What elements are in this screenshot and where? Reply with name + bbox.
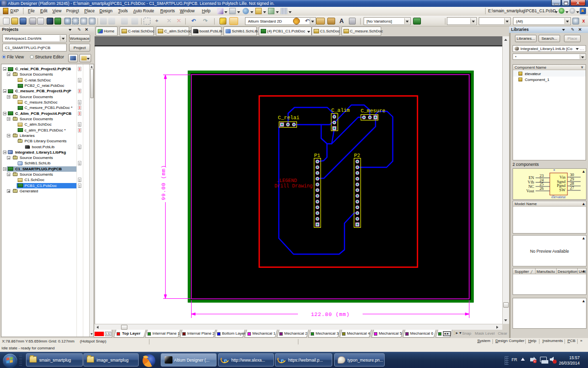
svg-text:Vout: Vout	[526, 188, 535, 193]
svg-text:C_alim: C_alim	[331, 107, 350, 113]
svg-text:P2: P2	[354, 153, 361, 158]
svg-text:122.80 (mm): 122.80 (mm)	[311, 312, 349, 317]
svg-text:.LEGEND: .LEGEND	[276, 178, 297, 184]
svg-text:P1: P1	[314, 153, 320, 158]
svg-text:26: 26	[539, 186, 544, 191]
svg-text:99.00 (mm): 99.00 (mm)	[161, 165, 167, 200]
svg-text:*: *	[553, 169, 555, 173]
svg-text:SW: SW	[559, 187, 565, 192]
svg-text:Drill Drawing.: Drill Drawing.	[274, 184, 316, 189]
svg-text:C_mesure: C_mesure	[361, 108, 385, 114]
svg-text:C_relai: C_relai	[278, 115, 299, 121]
svg-text:27: 27	[570, 185, 574, 190]
svg-text:élevateur: élevateur	[551, 195, 566, 199]
